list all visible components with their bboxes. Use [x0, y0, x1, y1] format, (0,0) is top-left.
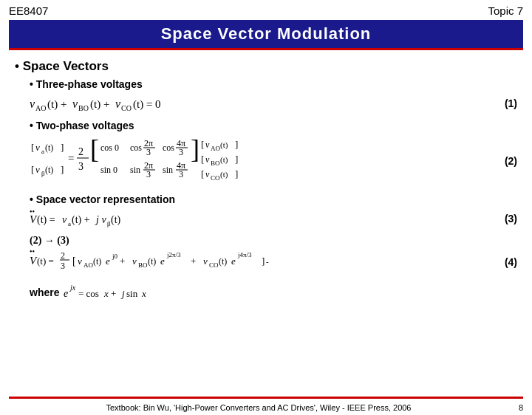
svg-text:(t): (t) [220, 170, 228, 179]
svg-text:(t) +: (t) + [72, 214, 90, 226]
subsection-space-vector: • Space vector representation •• V (t) =… [30, 193, 517, 229]
equation-2-formula: [ v a (t) [ v β (t) ] ] = 2 3 [30, 134, 488, 188]
eq-transition-label: (2) → (3) [30, 235, 69, 247]
svg-text:sin: sin [126, 288, 138, 299]
svg-text:[: [ [201, 168, 204, 179]
where-label: where [30, 287, 59, 298]
svg-text:jx: jx [69, 284, 76, 292]
subheader-three-phase: • Three-phase voltages [30, 78, 517, 90]
svg-text:x: x [141, 288, 146, 299]
svg-text:j v: j v [95, 214, 106, 225]
svg-text:AO: AO [211, 145, 220, 152]
svg-text:AO: AO [35, 104, 46, 112]
svg-text:sin: sin [163, 165, 173, 175]
svg-text:[: [ [201, 154, 204, 165]
eq-transition: (2) → (3) [30, 235, 517, 247]
svg-text:CO: CO [211, 174, 220, 182]
svg-text:v: v [115, 97, 121, 110]
svg-text:2: 2 [61, 250, 65, 261]
svg-text:v: v [205, 169, 210, 179]
svg-text:(t) = 0: (t) = 0 [133, 98, 161, 111]
svg-text:v: v [78, 255, 82, 267]
where-row: where e jx = cos x + j sin x [30, 282, 517, 303]
svg-text:3: 3 [179, 169, 183, 179]
svg-text:(t) =: (t) = [37, 214, 55, 226]
equation-row-4: •• V (t) = 2 3 [ v AO (t) e j0 + v BO (t… [30, 248, 517, 276]
svg-text:(t): (t) [45, 165, 53, 175]
svg-text:v: v [35, 142, 40, 153]
svg-text:cos 0: cos 0 [100, 143, 119, 153]
eq4-svg: •• V (t) = 2 3 [ v AO (t) e j0 + v BO (t… [30, 248, 347, 276]
section-header-space-vectors: • Space Vectors [15, 59, 517, 74]
svg-text:3: 3 [146, 169, 151, 179]
svg-text:]: ] [262, 255, 265, 267]
svg-text:AO: AO [83, 261, 93, 269]
svg-text:j4π/3: j4π/3 [237, 251, 252, 258]
svg-text:(t) +: (t) + [47, 98, 66, 111]
svg-text:2: 2 [78, 146, 83, 157]
svg-text:[: [ [31, 164, 34, 175]
eq-number-3: (3) [488, 213, 517, 224]
svg-text:e: e [64, 288, 68, 299]
svg-text:= cos: = cos [78, 288, 99, 299]
footer-page: 8 [508, 403, 523, 412]
svg-text:e: e [160, 255, 165, 267]
svg-text:sin 0: sin 0 [100, 165, 117, 175]
svg-text:j0: j0 [112, 253, 118, 260]
svg-text:sin: sin [130, 165, 140, 175]
svg-text:3: 3 [146, 147, 151, 157]
svg-text:(t): (t) [219, 256, 227, 267]
svg-text:+: + [111, 288, 116, 299]
svg-text:+: + [191, 255, 196, 267]
eq3-svg: •• V (t) = v a (t) + j v β (t) [30, 208, 236, 229]
svg-text:3: 3 [179, 147, 183, 157]
svg-text:3: 3 [61, 261, 65, 271]
svg-text:cos: cos [130, 143, 142, 153]
svg-text:e: e [231, 255, 236, 267]
eq1-svg: v AO (t) + v BO (t) + v CO (t) = 0 [30, 93, 244, 114]
svg-text:BO: BO [138, 261, 148, 269]
equation-row-2: [ v a (t) [ v β (t) ] ] = 2 3 [30, 134, 517, 188]
svg-text:v: v [72, 97, 78, 110]
svg-text:3: 3 [78, 161, 83, 172]
svg-text:v: v [30, 97, 35, 110]
svg-text:cos: cos [163, 143, 174, 153]
content-area: • Space Vectors • Three-phase voltages v… [0, 56, 532, 303]
subsection-two-phase: • Two-phase voltages [ v a (t) [ v β (t)… [30, 120, 517, 188]
svg-text:BO: BO [211, 160, 220, 167]
svg-text:(t): (t) [93, 256, 101, 267]
svg-text:j2π/3: j2π/3 [166, 251, 181, 258]
svg-text:]: ] [235, 168, 238, 179]
main-title: Space Vector Modulation [161, 24, 372, 43]
title-container: Space Vector Modulation [9, 20, 523, 48]
equation-row-1: v AO (t) + v BO (t) + v CO (t) = 0 (1) [30, 93, 517, 114]
subsection-three-phase: • Three-phase voltages v AO (t) + v BO (… [30, 78, 517, 114]
header: EE8407 Topic 7 [0, 0, 532, 20]
equation-4-formula: •• V (t) = 2 3 [ v AO (t) e j0 + v BO (t… [30, 248, 488, 276]
eq2-svg: [ v a (t) [ v β (t) ] ] = 2 3 [30, 134, 369, 188]
svg-text:v: v [203, 255, 208, 267]
title-underline [9, 48, 523, 50]
svg-text:+: + [120, 255, 125, 267]
equation-row-3: •• V (t) = v a (t) + j v β (t) (3) [30, 208, 517, 229]
svg-text:]: ] [235, 154, 238, 165]
svg-text:CO: CO [121, 104, 132, 112]
equation-3-formula: •• V (t) = v a (t) + j v β (t) [30, 208, 488, 229]
svg-text:v: v [205, 140, 210, 150]
svg-text:[: [ [90, 134, 99, 164]
subheader-space-vector: • Space vector representation [30, 193, 517, 205]
svg-text:]: ] [191, 134, 200, 164]
svg-text:(t): (t) [45, 143, 53, 153]
svg-text:CO: CO [209, 261, 219, 269]
svg-text:(t): (t) [220, 140, 228, 150]
svg-text:x: x [103, 288, 109, 299]
svg-text:(t) +: (t) + [90, 98, 109, 111]
svg-text:e: e [106, 255, 110, 267]
eq-number-2: (2) [488, 155, 517, 167]
bottom-divider [9, 397, 523, 399]
equation-1-formula: v AO (t) + v BO (t) + v CO (t) = 0 [30, 93, 488, 114]
svg-text:(t): (t) [148, 256, 156, 267]
svg-text:v: v [35, 164, 40, 175]
svg-text:]: ] [61, 142, 64, 153]
svg-text:v: v [205, 154, 210, 165]
